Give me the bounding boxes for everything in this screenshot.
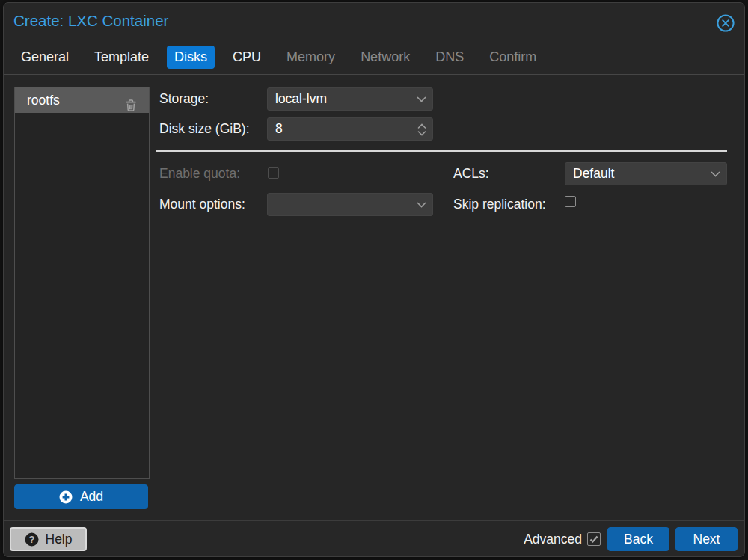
back-button-label: Back bbox=[624, 532, 653, 547]
screen: Create: LXC Container GeneralTemplateDis… bbox=[0, 0, 748, 560]
close-icon[interactable] bbox=[717, 14, 735, 32]
chevron-down-icon[interactable] bbox=[417, 96, 426, 102]
tab-cpu[interactable]: CPU bbox=[225, 46, 269, 69]
create-lxc-dialog: Create: LXC Container GeneralTemplateDis… bbox=[3, 2, 745, 557]
chevron-down-icon[interactable] bbox=[711, 171, 720, 177]
add-button[interactable]: Add bbox=[14, 484, 148, 509]
mountpoint-list: rootfs bbox=[14, 87, 150, 479]
skip-replication-label: Skip replication: bbox=[453, 193, 546, 216]
acls-value: Default bbox=[573, 166, 614, 181]
tab-memory: Memory bbox=[279, 46, 343, 69]
enable-quota-label: Enable quota: bbox=[159, 162, 240, 185]
advanced-checkbox[interactable] bbox=[587, 532, 601, 546]
acls-dropdown[interactable]: Default bbox=[565, 162, 727, 185]
question-circle-icon: ? bbox=[25, 532, 39, 547]
tab-dns: DNS bbox=[428, 46, 471, 69]
chevron-down-icon[interactable] bbox=[417, 202, 426, 208]
enable-quota-checkbox bbox=[268, 167, 279, 179]
advanced-label: Advanced bbox=[524, 532, 582, 547]
mount-options-dropdown[interactable] bbox=[267, 193, 433, 216]
mountpoint-label: rootfs bbox=[27, 93, 60, 108]
storage-value: local-lvm bbox=[275, 91, 327, 106]
tab-network: Network bbox=[353, 46, 417, 69]
dialog-title: Create: LXC Container bbox=[13, 12, 168, 30]
tab-template[interactable]: Template bbox=[87, 46, 156, 69]
storage-label: Storage: bbox=[159, 87, 209, 111]
tab-disks[interactable]: Disks bbox=[167, 46, 215, 69]
disk-size-value: 8 bbox=[275, 121, 283, 136]
trash-icon[interactable] bbox=[126, 94, 137, 106]
help-button[interactable]: ? Help bbox=[10, 527, 87, 551]
footer-toolbar: ? Help Advanced Back Next bbox=[4, 520, 744, 556]
storage-dropdown[interactable]: local-lvm bbox=[267, 87, 433, 111]
svg-text:?: ? bbox=[28, 534, 34, 545]
plus-circle-icon bbox=[59, 490, 73, 504]
mountpoint-row-rootfs[interactable]: rootfs bbox=[15, 87, 149, 113]
help-button-label: Help bbox=[46, 532, 73, 547]
next-button-label: Next bbox=[693, 532, 720, 547]
disk-size-field[interactable]: 8 bbox=[267, 117, 433, 141]
back-button[interactable]: Back bbox=[607, 527, 669, 551]
mount-options-label: Mount options: bbox=[159, 193, 245, 216]
skip-replication-checkbox[interactable] bbox=[565, 196, 576, 207]
tab-confirm: Confirm bbox=[482, 46, 544, 69]
tab-general[interactable]: General bbox=[13, 46, 76, 69]
wizard-tabs: GeneralTemplateDisksCPUMemoryNetworkDNSC… bbox=[13, 46, 554, 69]
disks-tab-panel: rootfs Add bbox=[4, 74, 744, 520]
add-button-label: Add bbox=[80, 489, 103, 505]
acls-label: ACLs: bbox=[453, 162, 489, 185]
spinner-buttons[interactable] bbox=[417, 122, 426, 138]
next-button[interactable]: Next bbox=[675, 527, 738, 551]
advanced-separator bbox=[156, 150, 727, 152]
disk-size-label: Disk size (GiB): bbox=[159, 117, 250, 141]
